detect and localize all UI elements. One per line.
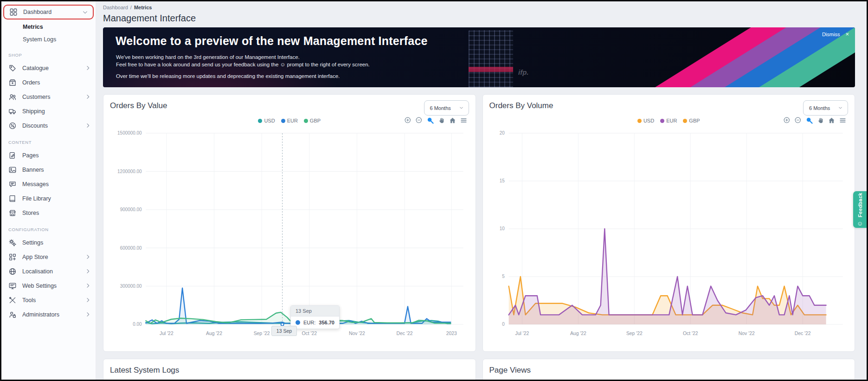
sidebar-item-file-library[interactable]: File Library <box>1 191 96 206</box>
sidebar-item-pages[interactable]: Pages <box>1 148 96 162</box>
sidebar-item-orders[interactable]: Orders <box>1 75 96 90</box>
sidebar-item-administrators[interactable]: Administrators <box>1 307 96 322</box>
sidebar-item-web-settings[interactable]: Web Settings <box>1 278 96 293</box>
pan-icon[interactable] <box>817 116 824 124</box>
sidebar-section-header: CONTENT <box>1 133 96 148</box>
store-icon <box>8 209 17 217</box>
chart-title: Orders By Value <box>110 101 469 110</box>
chart-title: Orders By Volume <box>489 101 849 110</box>
sidebar-subitems: MetricsSystem Logs <box>1 20 96 45</box>
sidebar-item-label: Banners <box>22 167 44 173</box>
sidebar-item-label: Discounts <box>22 123 48 129</box>
sidebar-item-app-store[interactable]: App Store <box>1 250 96 264</box>
orders-by-volume-chart[interactable]: Jul '22Aug '22Sep '22Oct '22Nov '22Dec '… <box>489 128 849 343</box>
sidebar-item-label: File Library <box>22 195 51 202</box>
svg-text:15: 15 <box>499 178 504 183</box>
svg-text:2023: 2023 <box>446 331 457 336</box>
page-views-panel: Page Views <box>482 359 855 381</box>
sidebar-item-tools[interactable]: Tools <box>1 293 96 307</box>
range-selector-dropdown[interactable]: 6 Months <box>424 100 469 116</box>
tools-icon <box>8 296 17 304</box>
sidebar-item-localisation[interactable]: Localisation <box>1 264 96 278</box>
home-icon[interactable] <box>828 116 836 124</box>
tag-icon <box>8 64 17 72</box>
legend-item-usd[interactable]: USD <box>637 118 654 123</box>
svg-text:Jul '22: Jul '22 <box>160 331 174 336</box>
zoom-out-icon[interactable] <box>794 116 802 124</box>
feedback-tab[interactable]: Feedback ☺ <box>853 191 867 228</box>
sidebar-item-label: Stores <box>22 210 39 216</box>
sidebar-item-banners[interactable]: Banners <box>1 162 96 177</box>
pan-icon[interactable] <box>437 116 445 124</box>
latest-system-logs-panel: Latest System Logs <box>103 359 476 381</box>
legend-item-eur[interactable]: EUR <box>281 118 298 123</box>
orders-by-value-panel: Orders By Value 6 Months USDEURGBP Jul '… <box>103 94 476 352</box>
legend-item-usd[interactable]: USD <box>258 118 275 123</box>
smiley-icon: ☺ <box>857 220 863 226</box>
sidebar-item-label: App Store <box>22 254 48 260</box>
legend-label: GBP <box>310 118 321 123</box>
sidebar-item-shipping[interactable]: Shipping <box>1 104 96 118</box>
menu-icon[interactable] <box>839 116 847 124</box>
chevron-right-icon <box>85 311 91 317</box>
breadcrumb-separator: / <box>130 5 132 10</box>
menu-icon[interactable] <box>460 116 468 124</box>
legend-item-gbp[interactable]: GBP <box>683 118 700 123</box>
home-icon[interactable] <box>449 116 457 124</box>
svg-text:Dec '22: Dec '22 <box>397 331 413 336</box>
sidebar-item-label: Administrators <box>22 311 59 318</box>
svg-text:Nov '22: Nov '22 <box>349 331 365 336</box>
legend-item-eur[interactable]: EUR <box>660 118 677 123</box>
sidebar-subitem-metrics[interactable]: Metrics <box>1 20 96 33</box>
tooltip-series-marker <box>296 320 300 325</box>
sidebar-item-stores[interactable]: Stores <box>1 206 96 220</box>
page-title: Management Interface <box>103 13 855 24</box>
zoom-in-icon[interactable] <box>783 116 791 124</box>
svg-text:10: 10 <box>499 226 504 231</box>
range-selector-dropdown[interactable]: 6 Months <box>803 100 848 116</box>
legend-item-gbp[interactable]: GBP <box>304 118 321 123</box>
orders-by-value-chart[interactable]: Jul '22Aug '22Sep '22Oct '22Nov '22Dec '… <box>110 128 469 343</box>
image-icon <box>8 166 17 174</box>
legend-marker <box>281 119 285 123</box>
orders-by-volume-panel: Orders By Volume 6 Months USDEURGBP Jul … <box>482 94 855 352</box>
dismiss-button[interactable]: Dismiss × <box>822 31 849 37</box>
sidebar-item-label: Messages <box>22 181 49 187</box>
svg-text:Sep '22: Sep '22 <box>626 331 642 336</box>
svg-text:0: 0 <box>502 322 505 327</box>
svg-text:5: 5 <box>502 274 505 279</box>
banner-city-image <box>469 30 513 87</box>
chart-legend: USDEURGBP <box>637 118 700 123</box>
legend-marker <box>683 119 687 123</box>
tooltip-value: 356.70 <box>319 320 334 325</box>
chevron-down-icon <box>838 105 843 110</box>
sidebar-item-label: Dashboard <box>23 9 51 15</box>
monitor-icon <box>8 282 17 290</box>
svg-text:Oct '22: Oct '22 <box>302 331 317 336</box>
svg-text:900000.00: 900000.00 <box>120 207 142 212</box>
sidebar-subitem-system-logs[interactable]: System Logs <box>1 33 96 45</box>
svg-text:Dec '22: Dec '22 <box>794 331 810 336</box>
gears-icon <box>8 239 17 247</box>
sidebar: Dashboard MetricsSystem Logs SHOPCatalog… <box>1 1 96 380</box>
svg-text:Sep '22: Sep '22 <box>254 331 270 336</box>
welcome-banner: ifp. Welcome to a preview of the new Man… <box>103 27 855 87</box>
sidebar-item-label: Settings <box>22 239 43 246</box>
selection-zoom-icon[interactable] <box>805 116 813 124</box>
sidebar-item-catalogue[interactable]: Catalogue <box>1 61 96 75</box>
selection-zoom-icon[interactable] <box>426 116 434 124</box>
sidebar-item-customers[interactable]: Customers <box>1 90 96 104</box>
feedback-label: Feedback <box>857 193 863 217</box>
sidebar-item-settings[interactable]: Settings <box>1 235 96 250</box>
zoom-in-icon[interactable] <box>404 116 412 124</box>
breadcrumb-dashboard[interactable]: Dashboard <box>103 5 128 10</box>
zoom-out-icon[interactable] <box>415 116 423 124</box>
sidebar-item-label: Orders <box>22 79 40 86</box>
svg-text:1500000.00: 1500000.00 <box>117 130 142 136</box>
svg-text:300000.00: 300000.00 <box>120 284 142 289</box>
chevron-down-icon <box>82 9 88 15</box>
sidebar-item-dashboard[interactable]: Dashboard <box>3 5 94 19</box>
sidebar-item-discounts[interactable]: Discounts <box>1 118 96 133</box>
sidebar-item-messages[interactable]: Messages <box>1 177 96 191</box>
charts-row: Orders By Value 6 Months USDEURGBP Jul '… <box>103 94 855 352</box>
